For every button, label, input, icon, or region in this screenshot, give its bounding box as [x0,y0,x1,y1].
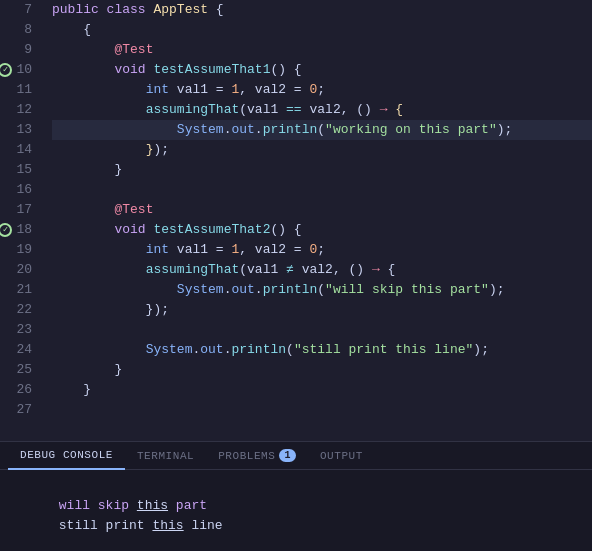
test-pass-icon [0,63,12,77]
code-line-12: assumingThat(val1 == val2, () → { [52,100,592,120]
code-line-9: @Test [52,40,592,60]
code-editor: 7 8 9 10 11 12 13 14 15 16 17 18 19 20 2… [0,0,592,441]
code-line-26: } [52,380,592,400]
code-line-10: void testAssumeThat1() { [52,60,592,80]
code-content: public class AppTest { { @Test void test… [48,0,592,441]
code-line-23 [52,320,592,340]
code-line-27 [52,400,592,420]
console-line-1: will skip this part [12,476,580,496]
code-line-8: { [52,20,592,40]
code-line-13: System.out.println("working on this part… [52,120,592,140]
code-line-24: System.out.println("still print this lin… [52,340,592,360]
code-line-15: } [52,160,592,180]
code-line-17: @Test [52,200,592,220]
code-line-19: int val1 = 1, val2 = 0; [52,240,592,260]
line-numbers: 7 8 9 10 11 12 13 14 15 16 17 18 19 20 2… [0,0,48,441]
tab-problems[interactable]: PROBLEMS 1 [206,442,308,470]
problems-badge: 1 [279,449,296,462]
code-line-22: }); [52,300,592,320]
tab-output[interactable]: OUTPUT [308,442,375,470]
code-line-20: assumingThat(val1 ≠ val2, () → { [52,260,592,280]
code-line-21: System.out.println("will skip this part"… [52,280,592,300]
code-line-18: void testAssumeThat2() { [52,220,592,240]
panel-tab-bar: DEBUG CONSOLE TERMINAL PROBLEMS 1 OUTPUT [0,442,592,470]
code-line-25: } [52,360,592,380]
tab-terminal[interactable]: TERMINAL [125,442,206,470]
code-line-14: }); [52,140,592,160]
bottom-panel: DEBUG CONSOLE TERMINAL PROBLEMS 1 OUTPUT… [0,441,592,551]
test-pass-icon-2 [0,223,12,237]
code-line-7: public class AppTest { [52,0,592,20]
code-line-16 [52,180,592,200]
code-line-11: int val1 = 1, val2 = 0; [52,80,592,100]
console-output: will skip this part still print this lin… [0,470,592,551]
tab-debug-console[interactable]: DEBUG CONSOLE [8,442,125,470]
